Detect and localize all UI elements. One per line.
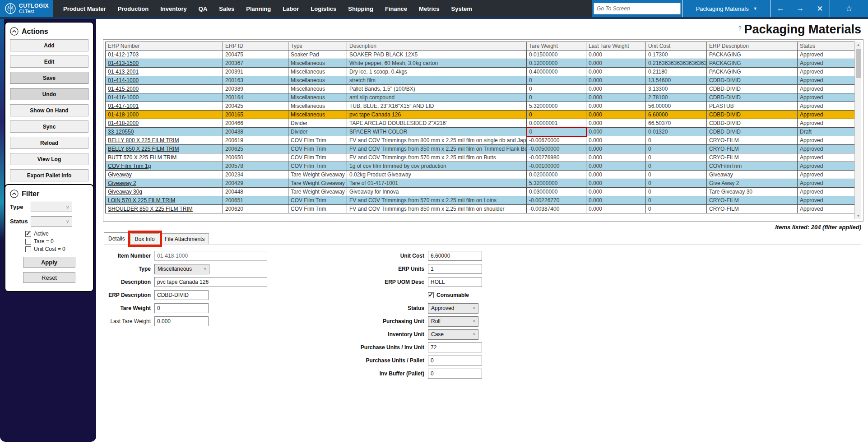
table-row[interactable]: SHOULDER 850 X 225 FILM TRIM200620COV Fi…	[106, 205, 855, 213]
inventory-unit-select[interactable]: Case˅	[428, 329, 478, 340]
erp-number-link[interactable]: SHOULDER 850 X 225 FILM TRIM	[108, 206, 193, 212]
column-header-status[interactable]: Status	[798, 42, 855, 51]
forward-icon[interactable]: →	[790, 4, 810, 13]
collapse-chevron-icon[interactable]	[10, 27, 19, 36]
table-row[interactable]: 33-120550200438DividerSPACER WITH COLOR0…	[106, 128, 855, 136]
table-row[interactable]: COV Film Trim 1g200578COV Film Trim1g of…	[106, 162, 855, 171]
table-row[interactable]: 01-414-1000200163Miscellaneousstretch fi…	[106, 76, 855, 85]
erp-description-field[interactable]	[154, 290, 209, 300]
column-header-erp-number[interactable]: ERP Number	[106, 42, 223, 51]
erp-number-link[interactable]: 01-416-1000	[108, 94, 139, 101]
table-row[interactable]: 01-416-1000200164Miscellaneousanti slip …	[106, 93, 855, 102]
erp-number-link[interactable]: LOIN 570 X 225 FILM TRIM	[108, 197, 175, 204]
column-header-last-tare-weight[interactable]: Last Tare Weight	[586, 42, 646, 51]
erp-number-link[interactable]: BELLY 850 X 225 FILM TRIM	[108, 146, 179, 152]
reload-button[interactable]: Reload	[10, 137, 88, 149]
scroll-up-icon[interactable]: ▲	[855, 42, 862, 48]
table-row[interactable]: 01-413-1500200367MiscellaneousWhite pepp…	[106, 59, 855, 68]
erp-number-link[interactable]: BUTT 570 X 225 FILM TRIM	[108, 154, 176, 161]
export-pallet-info-button[interactable]: Export Pallet Info	[10, 169, 88, 181]
purchasing-unit-select[interactable]: Roll˅	[428, 316, 478, 327]
menu-item-sales[interactable]: Sales	[219, 5, 234, 12]
tab-file-attachments[interactable]: File Attachments	[160, 233, 209, 244]
erp-number-link[interactable]: 01-418-2000	[108, 120, 139, 126]
undo-button[interactable]: Undo	[10, 88, 88, 100]
table-row[interactable]: BUTT 570 X 225 FILM TRIM200650COV Film T…	[106, 153, 855, 162]
edit-button[interactable]: Edit	[10, 56, 88, 68]
unit-cost-0-checkbox[interactable]	[25, 246, 31, 252]
table-row[interactable]: 01-413-2001200391MiscellaneousDry ice, 1…	[106, 68, 855, 76]
goto-screen-input[interactable]	[594, 3, 681, 14]
show-on-hand-button[interactable]: Show On Hand	[10, 104, 88, 116]
erp-number-link[interactable]: 01-414-1000	[108, 77, 139, 83]
purchase-units-pallet-field[interactable]	[428, 356, 482, 365]
table-row[interactable]: 01-415-2000200389MiscellaneousPallet Ban…	[106, 85, 855, 93]
table-row[interactable]: 01-412-1703200475Soaker PadSOAKER PAD BL…	[106, 51, 855, 59]
erp-uom-desc-field[interactable]	[428, 277, 482, 287]
table-row[interactable]: 01-417-1001200425MiscellaneousTUB, BLUE,…	[106, 102, 855, 111]
erp-number-link[interactable]: 01-413-2001	[108, 69, 139, 75]
erp-number-link[interactable]: 33-120550	[108, 129, 134, 135]
tab-details[interactable]: Details	[104, 232, 130, 244]
consumable-checkbox[interactable]	[428, 292, 434, 298]
table-row[interactable]: BELLY 800 X 225 FILM TRIM200619COV Film …	[106, 136, 855, 145]
back-icon[interactable]: ←	[771, 4, 790, 13]
table-row[interactable]: Giveaway 30g200448Tare Weight GiveawayGi…	[106, 188, 855, 196]
erp-number-link[interactable]: 01-417-1001	[108, 103, 139, 109]
save-button[interactable]: Save	[10, 72, 88, 84]
scroll-down-icon[interactable]: ▼	[855, 213, 862, 219]
erp-number-link[interactable]: COV Film Trim 1g	[108, 163, 151, 169]
column-header-erp-description[interactable]: ERP Description	[707, 42, 798, 51]
erp-number-link[interactable]: BELLY 800 X 225 FILM TRIM	[108, 137, 179, 143]
menu-item-logistics[interactable]: Logistics	[311, 5, 336, 12]
tare-weight-field[interactable]	[154, 303, 209, 313]
erp-number-link[interactable]: 01-412-1703	[108, 51, 139, 58]
menu-item-shipping[interactable]: Shipping	[348, 5, 373, 12]
menu-item-planning[interactable]: Planning	[246, 5, 271, 12]
last-tare-weight-field[interactable]	[154, 316, 209, 326]
tab-box-info[interactable]: Box Info	[130, 233, 159, 244]
column-header-unit-cost[interactable]: Unit Cost	[646, 42, 707, 51]
type-dropdown[interactable]: ˅	[31, 202, 72, 212]
description-field[interactable]	[154, 277, 267, 287]
active-checkbox[interactable]	[25, 231, 31, 237]
column-header-erp-id[interactable]: ERP ID	[223, 42, 288, 51]
column-header-type[interactable]: Type	[288, 42, 347, 51]
erp-number-link[interactable]: 01-415-2000	[108, 86, 139, 92]
reset-button[interactable]: Reset	[23, 272, 75, 283]
scrollbar-thumb[interactable]	[856, 49, 861, 78]
table-row[interactable]: 01-418-1000200165Miscellaneouspvc tape C…	[106, 111, 855, 119]
erp-units-field[interactable]	[428, 264, 482, 274]
table-row[interactable]: BELLY 850 X 225 FILM TRIM200625COV Film …	[106, 145, 855, 153]
add-button[interactable]: Add	[10, 39, 88, 51]
menu-item-qa[interactable]: QA	[199, 5, 208, 12]
table-row[interactable]: LOIN 570 X 225 FILM TRIM200651COV Film T…	[106, 196, 855, 205]
unit-cost-field[interactable]	[428, 251, 482, 261]
menu-item-product-master[interactable]: Product Master	[63, 5, 106, 12]
apply-button[interactable]: Apply	[23, 257, 75, 268]
menu-item-production[interactable]: Production	[118, 5, 149, 12]
close-icon[interactable]: ✕	[810, 4, 830, 14]
sync-button[interactable]: Sync	[10, 120, 88, 133]
status-dropdown[interactable]: ˅	[31, 216, 72, 227]
column-header-tare-weight[interactable]: Tare Weight	[527, 42, 586, 51]
menu-item-labor[interactable]: Labor	[283, 5, 299, 12]
erp-number-link[interactable]: Giveaway 2	[108, 180, 136, 186]
menu-item-inventory[interactable]: Inventory	[160, 5, 187, 12]
tare-0-checkbox[interactable]	[25, 239, 31, 245]
menu-item-system[interactable]: System	[451, 5, 472, 12]
status-select[interactable]: Approved˅	[428, 303, 478, 314]
table-row[interactable]: Giveaway 2200429Tare Weight GiveawayTare…	[106, 179, 855, 188]
table-row[interactable]: Giveaway200234Tare Weight Giveaway0.02kg…	[106, 171, 855, 179]
favorite-star-icon[interactable]: ☆	[845, 4, 853, 14]
column-header-description[interactable]: Description	[347, 42, 527, 51]
erp-number-link[interactable]: Giveaway 30g	[108, 189, 142, 195]
collapse-chevron-icon[interactable]	[10, 190, 19, 198]
erp-number-link[interactable]: Giveaway	[108, 171, 132, 178]
inv-buffer-pallet-field[interactable]	[428, 369, 482, 379]
type-select[interactable]: Miscellaneous˅	[154, 264, 209, 274]
help-link[interactable]: ?	[738, 25, 742, 32]
view-log-button[interactable]: View Log	[10, 153, 88, 165]
menu-item-finance[interactable]: Finance	[385, 5, 407, 12]
purchase-units-inv-unit-field[interactable]	[428, 342, 482, 352]
